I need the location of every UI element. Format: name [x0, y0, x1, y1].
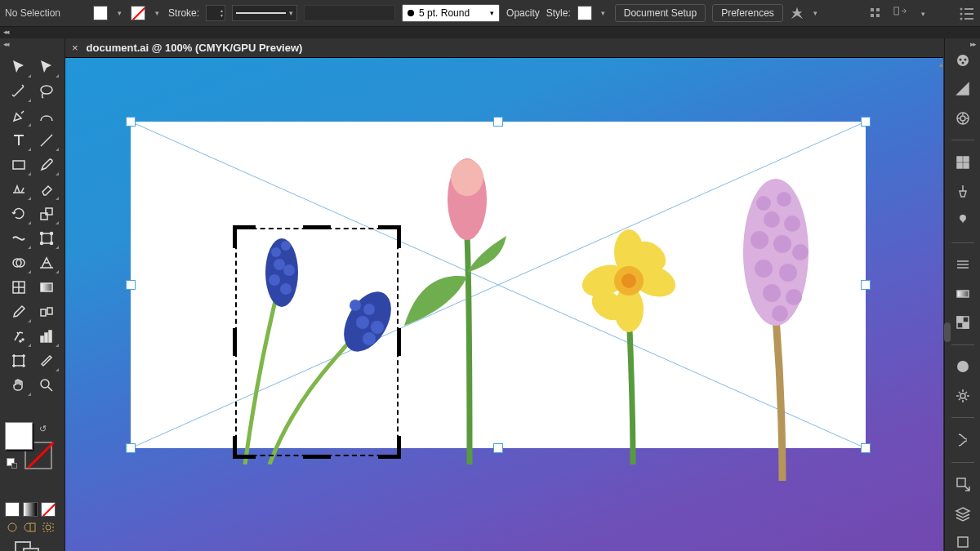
- symbols-panel-icon[interactable]: [953, 211, 973, 229]
- shaper-tool[interactable]: [5, 177, 33, 202]
- magic-wand-tool[interactable]: [5, 79, 33, 104]
- color-mode-none[interactable]: [41, 502, 56, 517]
- crop-corner-tr[interactable]: [378, 225, 401, 248]
- crop-marquee[interactable]: [235, 228, 399, 456]
- artboard-tool[interactable]: [5, 349, 33, 373]
- crop-edge-bottom[interactable]: [303, 455, 331, 459]
- libraries-panel-icon[interactable]: [953, 431, 973, 448]
- stroke-weight-input[interactable]: ▴▾: [206, 5, 225, 21]
- column-graph-tool[interactable]: [33, 324, 60, 349]
- rectangle-tool[interactable]: [5, 153, 33, 177]
- handle-top-left[interactable]: [126, 117, 136, 127]
- symbol-sprayer-tool[interactable]: [5, 324, 33, 349]
- stroke-swatch[interactable]: [131, 6, 145, 20]
- pin-dropdown[interactable]: ▾: [811, 6, 821, 20]
- brush-select[interactable]: 5 pt. Round ▾: [402, 4, 500, 22]
- graphic-styles-panel-icon[interactable]: [953, 387, 973, 404]
- handle-top-right[interactable]: [861, 117, 871, 127]
- pin-icon[interactable]: [790, 6, 804, 20]
- color-panel-icon[interactable]: [953, 80, 973, 97]
- arrange-step-icon[interactable]: [893, 7, 910, 21]
- zoom-tool[interactable]: [33, 373, 60, 398]
- rotate-tool[interactable]: [5, 202, 33, 226]
- align-icon[interactable]: [869, 7, 885, 21]
- slice-tool[interactable]: [33, 349, 60, 373]
- curvature-tool[interactable]: [33, 104, 60, 128]
- canvas[interactable]: ▴: [65, 58, 943, 551]
- gradient-panel-icon[interactable]: [953, 285, 973, 302]
- handle-left[interactable]: [126, 280, 136, 290]
- color-guide-panel-icon[interactable]: [953, 109, 973, 127]
- crop-corner-br[interactable]: [378, 436, 401, 459]
- collapse-tools-icon[interactable]: ◂◂: [3, 40, 8, 48]
- artboards-panel-icon[interactable]: [953, 534, 973, 551]
- draw-inside-icon[interactable]: [41, 520, 56, 535]
- gradient-tool[interactable]: [33, 275, 60, 300]
- brushes-panel-icon[interactable]: [953, 183, 973, 200]
- expand-panels-icon[interactable]: ▸▸: [970, 40, 975, 48]
- draw-behind-icon[interactable]: [23, 520, 38, 535]
- svg-rect-30: [49, 331, 51, 342]
- fill-swatch[interactable]: [93, 6, 108, 20]
- graphic-style-swatch[interactable]: [577, 6, 592, 20]
- fill-dropdown[interactable]: ▾: [114, 6, 124, 20]
- crop-edge-right[interactable]: [397, 328, 401, 356]
- swap-fill-stroke-icon[interactable]: ↺: [39, 424, 47, 434]
- document-tab-title[interactable]: document.ai @ 100% (CMYK/GPU Preview): [87, 42, 303, 54]
- placed-image[interactable]: [131, 122, 866, 448]
- shape-builder-tool[interactable]: [5, 251, 33, 275]
- handle-bottom-right[interactable]: [861, 443, 871, 453]
- appearance-panel-icon[interactable]: [953, 358, 973, 375]
- free-transform-tool[interactable]: [33, 226, 60, 251]
- handle-right[interactable]: [861, 280, 871, 290]
- properties-panel-icon[interactable]: [953, 51, 973, 69]
- line-segment-tool[interactable]: [33, 128, 60, 153]
- list-menu-icon[interactable]: [959, 7, 975, 21]
- crop-corner-tl[interactable]: [233, 225, 256, 248]
- collapse-left-icon[interactable]: ◂◂: [3, 28, 8, 36]
- stroke-dropdown[interactable]: ▾: [152, 6, 162, 20]
- transparency-panel-icon[interactable]: [953, 313, 973, 331]
- panel-scrollbar[interactable]: [944, 322, 951, 342]
- eraser-tool[interactable]: [33, 177, 60, 202]
- fill-stroke-control[interactable]: ↺: [5, 422, 54, 471]
- mesh-tool[interactable]: [5, 275, 33, 300]
- crop-edge-top[interactable]: [303, 225, 331, 229]
- color-mode-gradient[interactable]: [23, 502, 38, 517]
- handle-bottom[interactable]: [493, 443, 503, 453]
- selection-tool[interactable]: [5, 55, 33, 79]
- brush-definition-select[interactable]: [304, 5, 395, 21]
- canvas-scroll-up-icon[interactable]: ▴: [939, 60, 943, 69]
- hand-tool[interactable]: [5, 373, 33, 398]
- document-setup-button[interactable]: Document Setup: [615, 4, 706, 22]
- close-tab-icon[interactable]: ×: [72, 42, 78, 54]
- scale-tool[interactable]: [33, 202, 60, 226]
- asset-export-panel-icon[interactable]: [953, 476, 973, 493]
- screen-mode-icon[interactable]: [15, 541, 39, 551]
- width-tool[interactable]: [5, 226, 33, 251]
- layers-panel-icon[interactable]: [953, 504, 973, 522]
- color-mode-solid[interactable]: [5, 502, 20, 517]
- paintbrush-tool[interactable]: [33, 153, 60, 177]
- type-tool[interactable]: [5, 128, 33, 153]
- pen-tool[interactable]: [5, 104, 33, 128]
- stroke-profile-select[interactable]: ▾: [232, 5, 297, 21]
- eyedropper-tool[interactable]: [5, 300, 33, 324]
- svg-point-11: [41, 86, 52, 94]
- swatches-panel-icon[interactable]: [953, 153, 973, 171]
- crop-edge-left[interactable]: [233, 328, 237, 356]
- crop-corner-bl[interactable]: [233, 436, 256, 459]
- draw-normal-icon[interactable]: [5, 520, 20, 535]
- handle-bottom-left[interactable]: [126, 443, 136, 453]
- blend-tool[interactable]: [33, 300, 60, 324]
- preferences-button[interactable]: Preferences: [712, 4, 783, 22]
- arrange-dropdown[interactable]: ▾: [918, 7, 928, 21]
- graphic-style-dropdown[interactable]: ▾: [599, 6, 608, 20]
- perspective-grid-tool[interactable]: [33, 251, 60, 275]
- lasso-tool[interactable]: [33, 79, 60, 104]
- fill-color-swatch[interactable]: [5, 422, 33, 450]
- stroke-panel-icon[interactable]: [953, 256, 973, 273]
- svg-rect-31: [14, 356, 24, 366]
- direct-selection-tool[interactable]: [33, 55, 60, 79]
- handle-top[interactable]: [493, 117, 503, 127]
